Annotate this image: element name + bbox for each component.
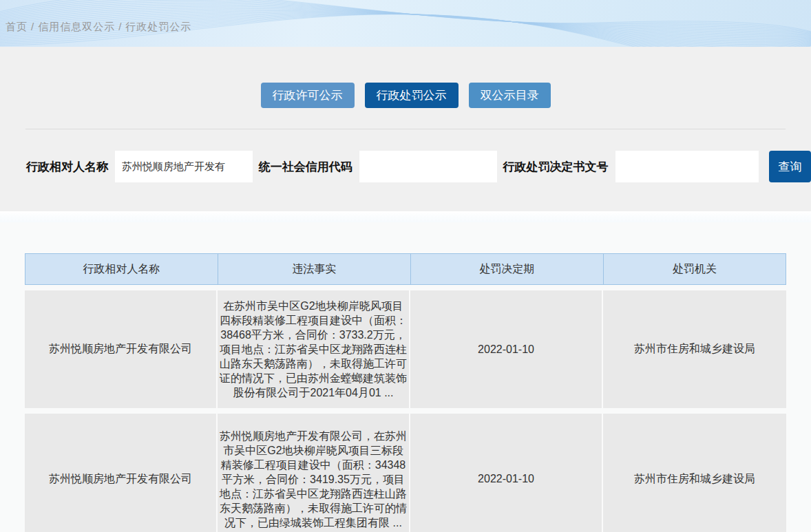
penalty-doc-number-input[interactable] [615,151,759,182]
tab-dual-disclosure-catalog[interactable]: 双公示目录 [469,83,551,108]
section-transition-strip [0,211,811,222]
table-row: 苏州悦顺房地产开发有限公司 苏州悦顺房地产开发有限公司，在苏州市吴中区G2地块柳… [25,414,786,532]
breadcrumb-home[interactable]: 首页 [6,21,28,32]
counterpart-name-label: 行政相对人名称 [26,159,108,175]
cell-penalty-date: 2022-01-10 [410,414,603,532]
tab-administrative-license[interactable]: 行政许可公示 [261,83,355,108]
penalty-doc-number-label: 行政处罚决定书文号 [503,159,609,175]
counterpart-name-input[interactable] [115,151,253,182]
breadcrumb: 首页/信用信息双公示/行政处罚公示 [6,21,191,34]
cell-illegal-fact: 苏州悦顺房地产开发有限公司，在苏州市吴中区G2地块柳岸晓风项目三标段精装修工程项… [218,414,410,532]
cell-counterpart-name: 苏州悦顺房地产开发有限公司 [25,414,218,532]
breadcrumb-separator: / [118,21,122,32]
tab-administrative-penalty[interactable]: 行政处罚公示 [365,83,459,108]
penalty-table: 行政相对人名称 违法事实 处罚决定期 处罚机关 苏州悦顺房地产开发有限公司 在苏… [25,253,786,532]
tab-bar: 行政许可公示 行政处罚公示 双公示目录 [0,83,811,108]
cell-penalty-agency: 苏州市住房和城乡建设局 [603,414,786,532]
breadcrumb-current-page: 行政处罚公示 [125,21,191,32]
search-form: 行政相对人名称 统一社会信用代码 行政处罚决定书文号 查询 [26,151,811,182]
header-penalty-date: 处罚决定期 [411,254,604,284]
cell-illegal-fact: 在苏州市吴中区G2地块柳岸晓风项目四标段精装修工程项目建设中（面积：38468平… [218,290,410,408]
header-counterpart-name: 行政相对人名称 [25,254,218,284]
cell-penalty-date: 2022-01-10 [410,290,603,408]
filter-section: 行政许可公示 行政处罚公示 双公示目录 行政相对人名称 统一社会信用代码 行政处… [0,47,811,211]
breadcrumb-credit-disclosure[interactable]: 信用信息双公示 [38,21,115,32]
header-penalty-agency: 处罚机关 [604,254,786,284]
credit-code-label: 统一社会信用代码 [259,159,352,175]
header-illegal-fact: 违法事实 [218,254,411,284]
table-header-row: 行政相对人名称 违法事实 处罚决定期 处罚机关 [25,253,786,285]
cell-penalty-agency: 苏州市住房和城乡建设局 [603,290,786,408]
table-row: 苏州悦顺房地产开发有限公司 在苏州市吴中区G2地块柳岸晓风项目四标段精装修工程项… [25,290,786,408]
section-divider [25,129,786,129]
top-banner: 首页/信用信息双公示/行政处罚公示 [0,0,811,47]
query-button[interactable]: 查询 [769,151,811,182]
credit-code-input[interactable] [359,151,497,182]
breadcrumb-separator: / [31,21,34,32]
cell-counterpart-name: 苏州悦顺房地产开发有限公司 [25,290,218,408]
